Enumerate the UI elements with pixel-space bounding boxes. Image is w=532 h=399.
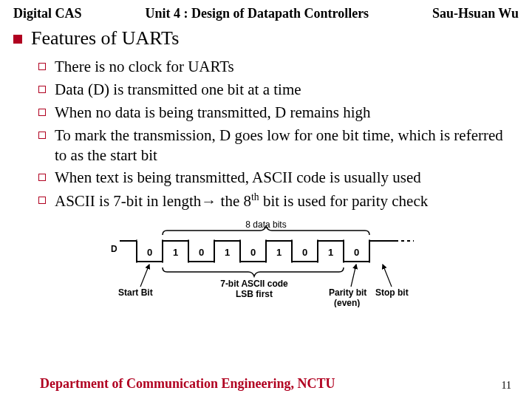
uart-timing-diagram: 8 data bits D 0 (96, 219, 436, 307)
slide-footer: Department of Communication Engineering,… (0, 376, 532, 392)
bullet-open-icon (38, 86, 46, 93)
list-item: There is no clock for UARTs (38, 57, 519, 77)
bullet-solid-icon (13, 35, 22, 44)
title-row: Features of UARTs (13, 27, 519, 50)
bullet-open-icon (38, 63, 46, 70)
list-item-text: There is no clock for UARTs (55, 57, 234, 77)
diagram-parity-paren: (even) (334, 298, 360, 307)
brace-icon (163, 267, 344, 276)
arrow-icon (383, 265, 392, 287)
list-item: When text is being transmitted, ASCII co… (38, 168, 519, 188)
list-item-text: Data (D) is transmitted one bit at a tim… (55, 80, 301, 100)
bit-value: 0 (250, 247, 256, 258)
slide-title: Features of UARTs (31, 27, 179, 50)
list-item: ASCII is 7-bit in length→ the 8th bit is… (38, 191, 519, 211)
bullet-open-icon (38, 197, 46, 204)
list-item-text: ASCII is 7-bit in length→ the 8th bit is… (55, 191, 428, 211)
list-item: To mark the transmission, D goes low for… (38, 126, 519, 166)
bit-value: 0 (147, 247, 152, 258)
diagram-d-label: D (111, 244, 117, 254)
list-item-text: When text is being transmitted, ASCII co… (55, 168, 421, 188)
header-author: Sau-Hsuan Wu (432, 6, 519, 21)
brace-icon (163, 226, 369, 235)
bullet-open-icon (38, 132, 46, 139)
diagram-parity-label: Parity bit (329, 287, 366, 298)
list-item: When no data is being transmitted, D rem… (38, 103, 519, 123)
header-left: Digital CAS (13, 6, 82, 21)
bit-value: 1 (225, 247, 230, 258)
list-item-text: To mark the transmission, D goes low for… (55, 126, 519, 166)
bit-value: 1 (173, 247, 178, 258)
diagram-ascii-label2: LSB first (236, 289, 273, 299)
bit-value: 1 (276, 247, 282, 258)
bullet-open-icon (38, 174, 46, 181)
bit-value: 0 (199, 247, 204, 258)
bit-value: 0 (354, 247, 359, 258)
header-title: Unit 4 : Design of Datapath Controllers (82, 6, 433, 21)
diagram-start-label: Start Bit (118, 287, 153, 298)
arrow-icon (351, 265, 356, 287)
list-item-text: When no data is being transmitted, D rem… (55, 103, 371, 123)
slide-body: Features of UARTs There is no clock for … (0, 23, 532, 307)
bit-value: 1 (328, 247, 333, 258)
slide-header: Digital CAS Unit 4 : Design of Datapath … (0, 0, 532, 23)
bullet-open-icon (38, 109, 46, 116)
bit-value: 0 (302, 247, 307, 258)
diagram-ascii-label: 7-bit ASCII code (220, 279, 288, 289)
arrow-icon (140, 265, 149, 287)
diagram-stop-label: Stop bit (375, 287, 409, 298)
bullet-list: There is no clock for UARTs Data (D) is … (38, 57, 519, 211)
footer-department: Department of Communication Engineering,… (40, 376, 335, 392)
list-item: Data (D) is transmitted one bit at a tim… (38, 80, 519, 100)
page-number: 11 (502, 380, 511, 392)
